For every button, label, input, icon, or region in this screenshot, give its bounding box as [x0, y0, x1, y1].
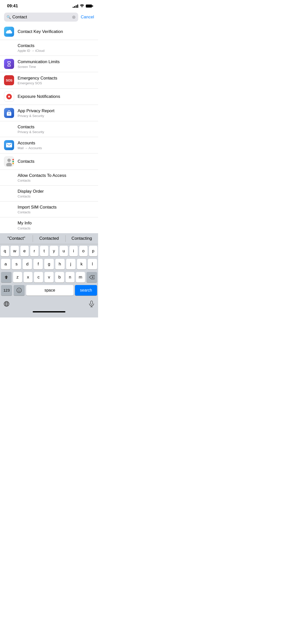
- autocomplete-item-1[interactable]: "Contact": [0, 233, 33, 244]
- numbers-key[interactable]: 123: [1, 285, 12, 296]
- item-subtitle: Screen Time: [18, 65, 94, 69]
- list-item[interactable]: Contacts Privacy & Security: [0, 121, 98, 137]
- list-item[interactable]: My Info Contacts: [0, 217, 98, 233]
- list-item[interactable]: Import SIM Contacts Contacts: [0, 202, 98, 217]
- key-h[interactable]: h: [55, 259, 65, 269]
- item-text: Contacts Apple ID → iCloud: [18, 43, 94, 53]
- item-title: Import SIM Contacts: [18, 205, 94, 210]
- key-f[interactable]: f: [33, 259, 43, 269]
- home-indicator: [33, 311, 65, 312]
- emergency-icon: SOS: [4, 75, 14, 85]
- key-e[interactable]: e: [20, 246, 29, 256]
- key-k[interactable]: k: [77, 259, 86, 269]
- key-r[interactable]: r: [30, 246, 38, 256]
- item-subtitle: Privacy & Security: [18, 130, 94, 134]
- item-title: Contacts: [18, 159, 94, 164]
- key-z[interactable]: z: [13, 272, 22, 283]
- exposure-circle: [6, 93, 13, 100]
- signal-icon: [73, 5, 78, 8]
- key-w[interactable]: w: [11, 246, 19, 256]
- key-a[interactable]: a: [1, 259, 10, 269]
- battery-icon: [86, 5, 93, 8]
- list-item[interactable]: Contact Key Verification: [0, 24, 98, 40]
- key-j[interactable]: j: [66, 259, 75, 269]
- key-i[interactable]: i: [69, 246, 78, 256]
- shift-key[interactable]: [1, 272, 12, 283]
- search-input-wrapper[interactable]: 🔍 ⊗: [4, 13, 78, 22]
- key-y[interactable]: y: [50, 246, 58, 256]
- search-bar: 🔍 ⊗ Cancel: [0, 11, 98, 24]
- results-list: Contact Key Verification Contacts Apple …: [0, 24, 98, 233]
- key-s[interactable]: s: [12, 259, 21, 269]
- clear-button[interactable]: ⊗: [72, 15, 76, 19]
- list-item[interactable]: Contacts Apple ID → iCloud: [0, 40, 98, 56]
- list-item[interactable]: Contacts: [0, 153, 98, 170]
- item-subtitle: Contacts: [18, 179, 94, 182]
- key-p[interactable]: p: [89, 246, 97, 256]
- space-key[interactable]: space: [26, 285, 73, 296]
- list-item[interactable]: Exposure Notifications: [0, 89, 98, 105]
- key-l[interactable]: l: [88, 259, 97, 269]
- bottom-toolbar: [0, 299, 98, 309]
- autocomplete-label: "Contact": [8, 236, 25, 241]
- item-text: App Privacy Report Privacy & Security: [18, 108, 94, 118]
- svg-rect-4: [4, 157, 6, 166]
- icloud-icon: [4, 27, 14, 37]
- key-g[interactable]: g: [44, 259, 54, 269]
- screen-time-icon: [4, 59, 14, 69]
- item-title: Emergency Contacts: [18, 75, 94, 81]
- key-row-bottom: 123 space search: [1, 285, 97, 296]
- search-input[interactable]: [12, 15, 70, 20]
- emoji-key[interactable]: [14, 285, 25, 296]
- svg-point-9: [18, 289, 19, 290]
- item-title: Allow Contacts To Access: [18, 173, 94, 178]
- list-item[interactable]: Display Order Contacts: [0, 186, 98, 202]
- key-m[interactable]: m: [76, 272, 85, 283]
- mic-icon[interactable]: [86, 299, 97, 309]
- key-u[interactable]: u: [60, 246, 68, 256]
- key-row-3: z x c v b n m: [1, 272, 97, 283]
- item-title: Display Order: [18, 189, 94, 194]
- key-t[interactable]: t: [40, 246, 48, 256]
- list-item[interactable]: Communication Limits Screen Time: [0, 56, 98, 72]
- list-item[interactable]: Accounts Mail → Accounts: [0, 137, 98, 153]
- status-bar: 09:41: [0, 0, 98, 11]
- list-item[interactable]: App Privacy Report Privacy & Security: [0, 105, 98, 121]
- key-row-2: a s d f g h j k l: [1, 259, 97, 269]
- autocomplete-item-3[interactable]: Contacting: [65, 233, 98, 244]
- key-c[interactable]: c: [34, 272, 43, 283]
- svg-point-2: [7, 159, 11, 162]
- status-icons: [73, 4, 93, 8]
- list-item[interactable]: Allow Contacts To Access Contacts: [0, 170, 98, 186]
- cancel-button[interactable]: Cancel: [81, 15, 94, 20]
- key-b[interactable]: b: [55, 272, 64, 283]
- key-row-1: q w e r t y u i o p: [1, 246, 97, 256]
- key-o[interactable]: o: [79, 246, 88, 256]
- item-text: Contact Key Verification: [18, 29, 94, 34]
- svg-point-7: [12, 163, 14, 164]
- item-subtitle: Contacts: [18, 226, 94, 230]
- autocomplete-bar: "Contact" Contacted Contacting: [0, 233, 98, 244]
- sos-label: SOS: [6, 78, 12, 82]
- key-d[interactable]: d: [23, 259, 32, 269]
- svg-point-8: [17, 288, 22, 293]
- item-subtitle: Mail → Accounts: [18, 146, 94, 150]
- search-key[interactable]: search: [75, 285, 97, 296]
- item-text: Allow Contacts To Access Contacts: [18, 173, 94, 182]
- delete-key[interactable]: [87, 272, 97, 283]
- key-x[interactable]: x: [24, 272, 33, 283]
- key-n[interactable]: n: [66, 272, 75, 283]
- list-item[interactable]: SOS Emergency Contacts Emergency SOS: [0, 72, 98, 89]
- status-time: 09:41: [7, 4, 18, 9]
- autocomplete-label: Contacting: [71, 236, 92, 241]
- item-text: Communication Limits Screen Time: [18, 59, 94, 69]
- key-q[interactable]: q: [1, 246, 9, 256]
- svg-point-6: [12, 161, 14, 162]
- keyboard: "Contact" Contacted Contacting q w e r t…: [0, 233, 98, 317]
- item-subtitle: Contacts: [18, 194, 94, 198]
- key-v[interactable]: v: [45, 272, 54, 283]
- item-title: Contact Key Verification: [18, 29, 94, 34]
- wifi-icon: [80, 4, 84, 8]
- autocomplete-item-2[interactable]: Contacted: [33, 233, 65, 244]
- globe-icon[interactable]: [1, 299, 12, 309]
